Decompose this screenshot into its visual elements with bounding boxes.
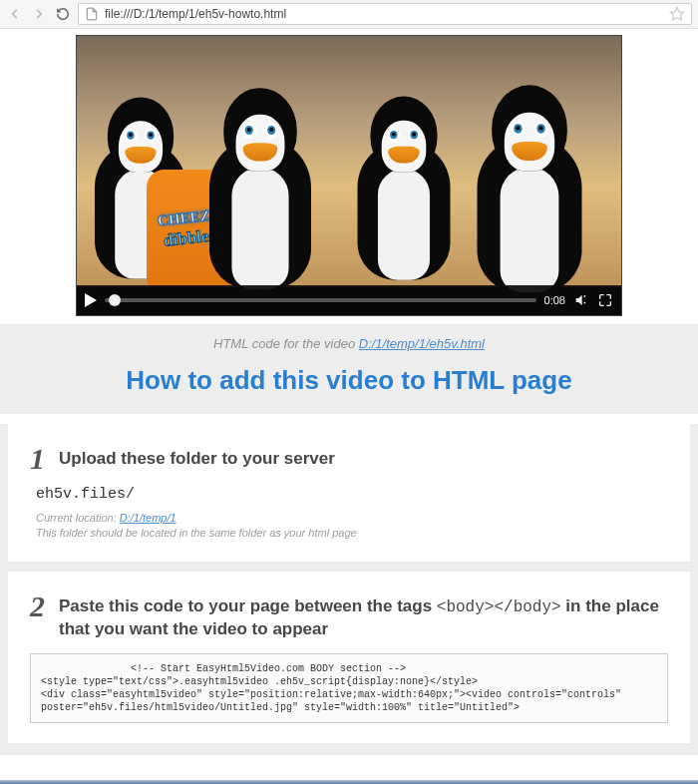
file-icon — [85, 7, 99, 21]
hint-line-2: This folder should be located in the sam… — [36, 526, 668, 541]
step-title: Upload these folder to your server — [59, 444, 335, 471]
play-button[interactable] — [85, 293, 97, 307]
video-container: CHEEZY dibbles 0:08 — [0, 29, 698, 324]
video-player[interactable]: CHEEZY dibbles 0:08 — [76, 35, 622, 316]
folder-name: eh5v.files/ — [36, 486, 668, 503]
step-2: 2 Paste this code to your page between t… — [8, 572, 690, 744]
url-text: file:///D:/1/temp/1/eh5v-howto.html — [105, 7, 663, 21]
video-time: 0:08 — [544, 294, 565, 306]
step-title-mono: <body></body> — [437, 598, 561, 616]
page-content: CHEEZY dibbles 0:08 HTML c — [0, 29, 698, 755]
caption-prefix: HTML code for the video — [213, 336, 359, 351]
video-controls: 0:08 — [77, 285, 621, 315]
header-section: HTML code for the video D:/1/temp/1/eh5v… — [0, 324, 698, 414]
code-snippet[interactable]: <!-- Start EasyHtml5Video.com BODY secti… — [30, 653, 668, 723]
video-frame: CHEEZY dibbles — [77, 36, 621, 287]
address-bar[interactable]: file:///D:/1/temp/1/eh5v-howto.html — [78, 3, 692, 25]
svg-marker-0 — [670, 7, 683, 20]
bookmark-star-icon[interactable] — [669, 6, 685, 22]
step-number: 2 — [30, 591, 45, 621]
page-title: How to add this video to HTML page — [20, 365, 678, 396]
progress-knob[interactable] — [109, 294, 121, 306]
video-caption: HTML code for the video D:/1/temp/1/eh5v… — [20, 336, 678, 351]
step-number: 1 — [30, 444, 45, 474]
caption-link[interactable]: D:/1/temp/1/eh5v.html — [359, 336, 485, 351]
hint-link[interactable]: D:/1/temp/1 — [120, 512, 176, 524]
window-bottom-border — [0, 780, 698, 784]
fullscreen-icon[interactable] — [597, 292, 613, 308]
forward-button[interactable] — [30, 5, 48, 23]
back-button[interactable] — [6, 5, 24, 23]
browser-toolbar: file:///D:/1/temp/1/eh5v-howto.html — [0, 0, 698, 29]
hint-prefix: Current location: — [36, 512, 120, 524]
step-1: 1 Upload these folder to your server eh5… — [8, 424, 690, 562]
hint-line-1: Current location: D:/1/temp/1 — [36, 511, 668, 526]
volume-icon[interactable] — [573, 292, 589, 308]
step-title-pre: Paste this code to your page between the… — [59, 596, 437, 615]
reload-button[interactable] — [54, 5, 72, 23]
progress-bar[interactable] — [105, 298, 536, 302]
step-title: Paste this code to your page between the… — [59, 591, 668, 642]
